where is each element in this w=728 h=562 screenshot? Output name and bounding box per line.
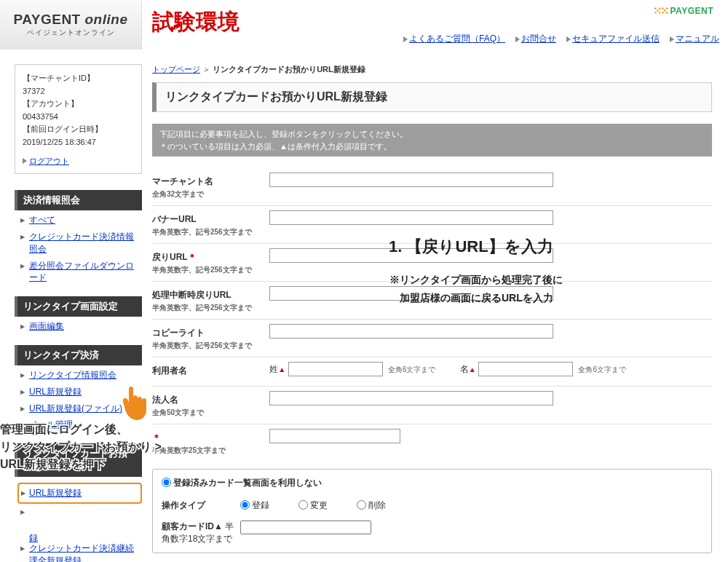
triangle-icon bbox=[403, 36, 408, 42]
no-cardlist-radio[interactable] bbox=[162, 478, 171, 487]
paygent-brand: ⁙⁙PAYGENT bbox=[653, 4, 713, 17]
op-type-label: 操作タイプ bbox=[162, 499, 240, 512]
nav-secure-link[interactable]: セキュアファイル送信 bbox=[572, 33, 660, 44]
environment-label: 試験環境 bbox=[152, 0, 240, 37]
customer-id-input[interactable] bbox=[269, 429, 400, 443]
triangle-icon bbox=[515, 36, 520, 42]
nav-url-new-link[interactable]: URL新規登録 bbox=[29, 387, 82, 397]
copyright-label: コピーライト bbox=[152, 328, 205, 338]
user-firstname-input[interactable] bbox=[478, 362, 573, 376]
merchant-name-input[interactable] bbox=[269, 173, 553, 187]
nav-all-link[interactable]: すべて bbox=[29, 215, 55, 225]
return-url-label: 戻りURL bbox=[152, 252, 188, 262]
form-notice: 下記項目に必要事項を記入し、登録ボタンをクリックしてください。 ＊のついている項… bbox=[152, 124, 712, 157]
nav-screen-edit-link[interactable]: 画面編集 bbox=[29, 321, 64, 331]
crumb-top-link[interactable]: トップページ bbox=[152, 65, 200, 74]
triangle-icon bbox=[670, 36, 674, 42]
abort-url-label: 処理中断時戻りURL bbox=[152, 290, 232, 300]
brand-logo: PAYGENT online ペイジェントオンライン bbox=[0, 0, 142, 50]
nav-cc-recurring-link[interactable]: クレジットカード決済継続課金新規登録 bbox=[29, 543, 134, 562]
account-info-box: 【マーチャントID】 37372 【アカウント】 00433754 【前回ログイ… bbox=[15, 64, 142, 174]
annotation-step1-title: 1. 【戻りURL】を入力 bbox=[389, 236, 553, 258]
card-list-panel: 登録済みカード一覧画面を利用しない 操作タイプ 登録 変更 削除 顧客カードID… bbox=[152, 469, 712, 553]
page-title: リンクタイプカードお預かりURL新規登録 bbox=[152, 82, 712, 112]
nav-section-linktype-payment: リンクタイプ決済 bbox=[15, 345, 142, 365]
nav-section-payment-info: 決済情報照会 bbox=[15, 190, 142, 210]
nav-section-linktype-screen: リンクタイプ画面設定 bbox=[15, 296, 142, 317]
op-delete-radio[interactable] bbox=[357, 500, 366, 510]
nav-linktype-info-link[interactable]: リンクタイプ情報照会 bbox=[29, 370, 116, 380]
nav-faq-link[interactable]: よくあるご質問（FAQ） bbox=[409, 33, 505, 44]
nav-url-new-file-link[interactable]: URL新規登録(ファイル) bbox=[29, 403, 122, 413]
top-nav: よくあるご質問（FAQ） お問合せ セキュアファイル送信 マニュアル bbox=[403, 33, 728, 50]
breadcrumb: トップページ ＞ リンクタイプカードお預かりURL新規登録 bbox=[152, 64, 712, 75]
annotation-sidebar-instruction: 管理画面にログイン後、リンクタイプカードお預かり >URL新規登録を押下 管理画… bbox=[0, 421, 162, 473]
logout-link[interactable]: ログアウト bbox=[29, 157, 69, 165]
nav-diff-download-link[interactable]: 差分照会ファイルダウンロード bbox=[29, 261, 134, 283]
banner-url-input[interactable] bbox=[269, 210, 553, 225]
corp-label: 法人名 bbox=[152, 395, 178, 405]
nav-manual-link[interactable]: マニュアル bbox=[676, 33, 719, 44]
user-name-label: 利用者名 bbox=[152, 362, 267, 377]
card-id-label: 顧客カードID bbox=[162, 521, 214, 531]
nav-cc-info-link[interactable]: クレジットカード決済情報照会 bbox=[29, 231, 134, 254]
copyright-input[interactable] bbox=[269, 324, 553, 339]
card-id-input[interactable] bbox=[240, 521, 371, 534]
annotation-step1-body: ※リンクタイプ画面から処理完了後に 加盟店様の画面に戻るURLを入力 bbox=[389, 271, 563, 307]
merchant-name-label: マーチャント名 bbox=[152, 176, 213, 186]
banner-url-label: バナーURL bbox=[152, 214, 197, 224]
triangle-icon bbox=[23, 158, 27, 164]
corp-input[interactable] bbox=[269, 391, 553, 405]
op-register-radio[interactable] bbox=[240, 500, 250, 510]
op-change-radio[interactable] bbox=[298, 500, 308, 510]
triangle-icon bbox=[566, 36, 571, 42]
user-lastname-input[interactable] bbox=[288, 362, 383, 376]
no-cardlist-radio-label[interactable]: 登録済みカード一覧画面を利用しない bbox=[162, 478, 322, 488]
nav-contact-link[interactable]: お問合せ bbox=[521, 33, 556, 44]
nav-card-url-new-link[interactable]: URL新規登録 bbox=[29, 488, 82, 498]
